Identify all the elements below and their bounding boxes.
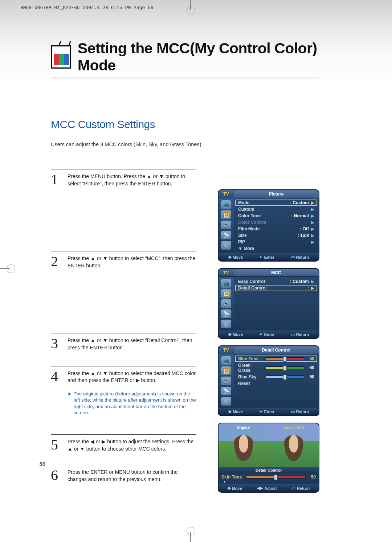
row-arrow-icon: ▶ [311, 239, 314, 245]
sidebar-icon: 🖼️ [221, 366, 231, 375]
sidebar-icon: 🔊 [221, 221, 231, 229]
row-value: : Custom [290, 200, 309, 205]
row-label: ▼ More [238, 246, 254, 251]
preview-label: Turkish Blue [269, 426, 319, 430]
page-number: 56 [39, 461, 45, 467]
row-label: Detail Control [238, 286, 267, 291]
menu-row[interactable]: Mode : Custom▶ [235, 200, 317, 206]
step-2: 2 Press the ▲ or ▼ button to select "MCC… [51, 251, 196, 333]
preview-slider[interactable]: Skin Tone 50 [221, 475, 316, 480]
step-number: 3 [51, 337, 62, 351]
menu-row[interactable]: ▼ More [235, 245, 317, 252]
row-value: : Custom [290, 279, 309, 284]
row-value: : [307, 286, 309, 291]
intro-text: Users can adjust the 3 MCC colors (Skin,… [51, 141, 319, 147]
step-number: 4 [51, 370, 62, 416]
slider-label: Blue Sky [238, 374, 264, 379]
sidebar-icon: 📺 [221, 356, 231, 365]
row-value: : 16:9 [298, 233, 309, 238]
menu-row[interactable]: Color Tone : Normal▶ [235, 213, 317, 219]
enter-icon: ↵ [260, 332, 263, 337]
person-illustration-icon [233, 435, 254, 464]
osd-footer: ◆Move ↵Enter ▭Return [219, 330, 319, 338]
row-arrow-icon: ▶ [311, 200, 314, 205]
step-text: Press the ENTER or MENU button to confir… [68, 469, 196, 483]
slider-label: Skin Tone [221, 475, 244, 480]
slider-track[interactable] [266, 375, 304, 378]
row-label: Color Control [238, 220, 266, 225]
osd-footer: ◆Move ↵Enter ▭Return [219, 253, 319, 261]
step-1: 1 Press the MENU button. Press the ▲ or … [51, 169, 196, 251]
step-4: 4 Press the ▲ or ▼ button to select the … [51, 366, 196, 434]
move-icon: ◆ [228, 486, 230, 490]
step-5: 5 Press the ◀ or ▶ button to adjust the … [51, 434, 196, 465]
slider-track[interactable] [246, 476, 306, 479]
move-icon: ◆ [228, 332, 231, 337]
menu-row[interactable]: Size : 16:9▶ [235, 232, 317, 239]
slider-track[interactable] [266, 357, 304, 360]
row-value: : Normal [291, 213, 309, 218]
osd-sidebar-icons: 📺 🖼️ 🔊 📡 ⚙️ [219, 277, 234, 330]
row-arrow-icon: ▶ [311, 279, 314, 284]
note-arrow-icon: ➤ [68, 391, 72, 416]
slider-thumb-icon[interactable] [274, 475, 278, 480]
preview-original: Original [219, 423, 269, 467]
menu-row[interactable]: Color Control ▶ [235, 219, 317, 226]
return-icon: ▭ [291, 409, 295, 414]
page-title: Setting the MCC(My Control Color) Mode [78, 40, 319, 74]
preview-label: Original [219, 426, 269, 430]
step-number: 5 [51, 438, 62, 452]
sidebar-icon: 🔊 [221, 377, 231, 385]
divider [51, 78, 319, 78]
step-text: Press the MENU button. Press the ▲ or ▼ … [68, 173, 196, 187]
row-label: Reset [238, 381, 250, 386]
slider-thumb-icon[interactable] [283, 375, 287, 380]
row-label: Size [238, 233, 247, 238]
slider-value: 50 [306, 374, 314, 379]
slider-track[interactable] [266, 366, 304, 369]
row-value: : Off [300, 226, 309, 231]
osd-title: MCC [234, 269, 319, 276]
sidebar-icon: 📺 [221, 279, 231, 288]
menu-row[interactable]: Easy Control : Custom▶ [235, 278, 317, 285]
row-label: Mode [238, 200, 249, 205]
crop-mark-icon [0, 263, 15, 274]
crop-mark-icon [185, 0, 196, 15]
osd-footer: ◆Move ↵Enter ▭Return [219, 408, 319, 415]
slider-row[interactable]: Green Grass 50 [235, 362, 317, 374]
row-label: PIP [238, 239, 245, 245]
slider-thumb-icon[interactable] [283, 366, 287, 371]
menu-row[interactable]: PIP ▶ [235, 239, 317, 245]
menu-row[interactable]: Custom ▶ [235, 206, 317, 213]
row-arrow-icon: ▶ [311, 286, 314, 291]
preview-adjusted: Turkish Blue [269, 423, 319, 467]
osd-tv-tab: TV [219, 348, 234, 353]
sidebar-icon: 📡 [221, 231, 231, 239]
sidebar-icon: ⚙️ [221, 397, 231, 406]
return-icon: ▭ [292, 486, 295, 490]
crop-mark-icon [185, 527, 196, 542]
menu-row[interactable]: Film Mode : Off▶ [235, 226, 317, 232]
sidebar-icon: ⚙️ [221, 241, 231, 250]
row-label: Film Mode [238, 226, 260, 231]
sidebar-icon: 🖼️ [221, 210, 231, 219]
osd-sidebar-icons: 📺 🖼️ 🔊 📡 ⚙️ [219, 198, 234, 253]
row-label: Custom [238, 207, 254, 212]
sidebar-icon: 📡 [221, 387, 231, 395]
slider-row[interactable]: Blue Sky 50 [235, 374, 317, 380]
osd-footer: ◆Move ◀▶Adjust ▭Return [219, 484, 319, 492]
step-number: 2 [51, 255, 62, 269]
step-text: Press the ▲ or ▼ button to select the de… [68, 370, 196, 416]
step-6: 6 Press the ENTER or MENU button to conf… [51, 465, 196, 483]
step-note: ➤The original picture (before adjustment… [68, 391, 196, 416]
slider-thumb-icon[interactable] [283, 357, 287, 362]
enter-icon: ↵ [260, 255, 263, 259]
slider-value: 50 [308, 475, 316, 480]
menu-row[interactable]: Detail Control :▶ [235, 285, 317, 291]
slider-row[interactable]: Skin Tone 50 [235, 356, 317, 362]
step-text: Press the ▲ or ▼ button to select "Detai… [68, 337, 196, 351]
return-icon: ▭ [291, 332, 295, 337]
reset-row[interactable]: Reset [235, 380, 317, 387]
osd-detail-control: TV Detail Control 📺 🖼️ 🔊 📡 ⚙️ Skin Tone … [218, 345, 319, 416]
move-icon: ◆ [228, 255, 231, 259]
